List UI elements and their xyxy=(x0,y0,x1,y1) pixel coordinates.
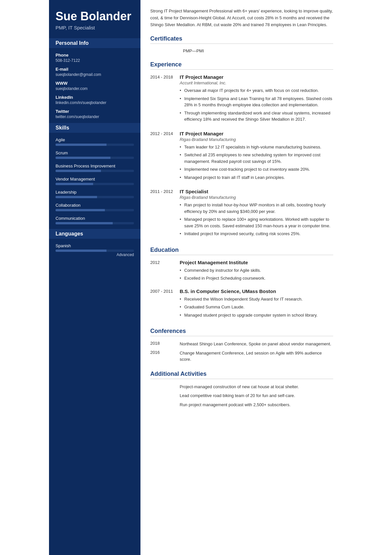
main-content: Strong IT Project Management Professiona… xyxy=(140,0,343,555)
activities-section: Additional Activities Project-managed co… xyxy=(150,371,333,408)
skill-item: Business Process Improvement xyxy=(56,164,134,172)
conference-entry: 2018 Northeast Shingo Lean Conference, S… xyxy=(150,341,333,347)
edu-bullets: Commended by instructor for Agile skills… xyxy=(180,267,333,282)
exp-content: IT Project Manager Accurit International… xyxy=(180,74,333,124)
exp-job-title: IT Project Manager xyxy=(180,131,333,136)
twitter-value: twitter.com/sueqbolander xyxy=(56,114,134,119)
edu-content: Project Management Institute Commended b… xyxy=(180,260,333,283)
sidebar: Sue Bolander PMP, IT Specialist Personal… xyxy=(49,0,140,555)
conf-year: 2018 xyxy=(150,341,180,347)
edu-content: B.S. in Computer Science, UMass Boston R… xyxy=(180,288,333,320)
activities-title: Additional Activities xyxy=(150,371,333,379)
bullet-item: Received the Wilson Independent Study Aw… xyxy=(180,296,333,303)
skill-bar xyxy=(56,144,134,146)
skills-list: Agile Scrum Business Process Improvement xyxy=(56,137,134,224)
skill-item: Collaboration xyxy=(56,203,134,211)
experience-entry: 2012 - 2014 IT Project Manager Rigas-Bra… xyxy=(150,131,333,182)
conf-desc: Northeast Shingo Lean Conference, Spoke … xyxy=(180,341,333,347)
bullet-item: Team leader for 12 IT specialists in hig… xyxy=(180,144,333,150)
activity-text: Project-managed construction of new cat … xyxy=(180,384,333,390)
conference-entry: 2016 Change Management Conference, Led s… xyxy=(150,350,333,363)
skill-item: Communication xyxy=(56,216,134,224)
language-item: Spanish Advanced xyxy=(56,243,134,257)
skill-bar xyxy=(56,183,134,185)
sidebar-title: PMP, IT Specialist xyxy=(56,25,134,30)
exp-dates: 2012 - 2014 xyxy=(150,131,180,182)
bullet-item: Implemented Six Sigma and Lean Training … xyxy=(180,95,333,108)
skill-name: Collaboration xyxy=(56,203,134,208)
phone-label: Phone xyxy=(56,53,134,58)
skill-name: Business Process Improvement xyxy=(56,164,134,168)
skill-bar xyxy=(56,222,134,224)
experience-entry: 2011 - 2012 IT Specialist Rigas-Bratland… xyxy=(150,189,333,239)
skill-name: Scrum xyxy=(56,150,134,155)
personal-info-section-title: Personal Info xyxy=(49,38,140,48)
activity-text: Lead competitive road biking team of 20 … xyxy=(180,392,333,399)
skill-bar xyxy=(56,170,134,172)
certificates-section: Certificates PMP—PMI xyxy=(150,35,333,53)
exp-job-title: IT Project Manager xyxy=(180,74,333,80)
exp-dates: 2014 - 2018 xyxy=(150,74,180,124)
exp-company: Rigas-Bratland Manufacturing xyxy=(180,137,333,142)
exp-dates: 2011 - 2012 xyxy=(150,189,180,239)
bullet-item: Managed project to train all IT staff in… xyxy=(180,174,333,181)
exp-company: Accurit International, Inc. xyxy=(180,80,333,85)
bullet-item: Through implementing standardized work a… xyxy=(180,110,333,123)
activity-text: Run project management podcast with 2,50… xyxy=(180,402,333,408)
www-label: WWW xyxy=(56,81,134,86)
education-entry: 2007 - 2011 B.S. in Computer Science, UM… xyxy=(150,288,333,320)
email-label: E-mail xyxy=(56,67,134,72)
certificates-title: Certificates xyxy=(150,35,333,44)
bullet-item: Commended by instructor for Agile skills… xyxy=(180,267,333,274)
edu-bullets: Received the Wilson Independent Study Aw… xyxy=(180,296,333,319)
bullet-item: Switched all 235 employees to new schedu… xyxy=(180,152,333,165)
summary-text: Strong IT Project Management Professiona… xyxy=(150,8,333,28)
experience-title: Experience xyxy=(150,61,333,70)
skill-name: Agile xyxy=(56,137,134,142)
email-value: sueqbolander@gmail.com xyxy=(56,72,134,77)
education-section: Education 2012 Project Management Instit… xyxy=(150,247,333,320)
language-level: Advanced xyxy=(56,252,134,257)
skill-bar xyxy=(56,209,134,211)
sidebar-name: Sue Bolander xyxy=(56,10,134,23)
bullet-item: Initiated project for improved security,… xyxy=(180,231,333,237)
languages-list: Spanish Advanced xyxy=(56,243,134,257)
edu-dates: 2007 - 2011 xyxy=(150,288,180,320)
skill-name: Vendor Management xyxy=(56,177,134,182)
bullet-item: Ran project to install hour-by-hour WIP … xyxy=(180,202,333,215)
language-bar xyxy=(56,250,134,252)
edu-title: Project Management Institute xyxy=(180,260,333,265)
bullet-item: Managed project to replace 100+ aging wo… xyxy=(180,216,333,229)
exp-content: IT Specialist Rigas-Bratland Manufacturi… xyxy=(180,189,333,239)
activity-spacer xyxy=(150,384,180,390)
bullet-item: Oversaw all major IT projects for 4+ yea… xyxy=(180,87,333,94)
conferences-title: Conferences xyxy=(150,328,333,336)
linkedin-value: linkedin.com/in/sueqbolander xyxy=(56,100,134,105)
exp-job-title: IT Specialist xyxy=(180,189,333,194)
skill-bar xyxy=(56,157,134,159)
conf-year: 2016 xyxy=(150,350,180,363)
education-entry: 2012 Project Management Institute Commen… xyxy=(150,260,333,283)
skill-name: Leadership xyxy=(56,190,134,195)
www-value: sueqbolander.com xyxy=(56,86,134,91)
activity-spacer xyxy=(150,402,180,408)
bullet-item: Implemented new cost-tracking project to… xyxy=(180,166,333,173)
activity-entry: Run project management podcast with 2,50… xyxy=(150,402,333,408)
bullet-item: Excelled in Project Scheduling coursewor… xyxy=(180,275,333,282)
edu-dates: 2012 xyxy=(150,260,180,283)
skill-item: Vendor Management xyxy=(56,177,134,185)
skill-item: Agile xyxy=(56,137,134,146)
languages-section-title: Languages xyxy=(49,229,140,239)
exp-content: IT Project Manager Rigas-Bratland Manufa… xyxy=(180,131,333,182)
certificate-entry: PMP—PMI xyxy=(183,48,333,53)
linkedin-label: LinkedIn xyxy=(56,95,134,100)
bullet-item: Managed student project to upgrade compu… xyxy=(180,312,333,319)
skill-item: Scrum xyxy=(56,150,134,159)
phone-value: 508-312-7122 xyxy=(56,58,134,63)
language-name: Spanish xyxy=(56,243,134,248)
activity-entry: Lead competitive road biking team of 20 … xyxy=(150,392,333,399)
skill-name: Communication xyxy=(56,216,134,221)
experience-section: Experience 2014 - 2018 IT Project Manage… xyxy=(150,61,333,239)
skill-bar xyxy=(56,196,134,198)
twitter-label: Twitter xyxy=(56,109,134,114)
